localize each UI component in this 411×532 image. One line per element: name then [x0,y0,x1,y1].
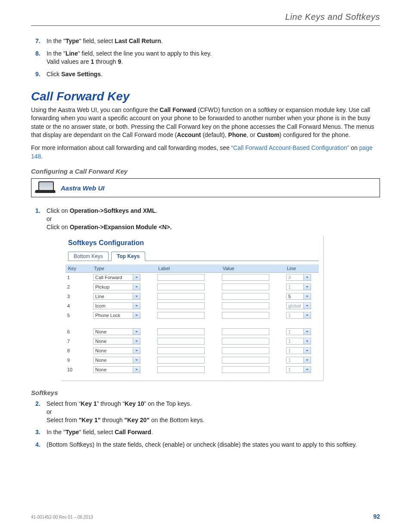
label-input[interactable] [157,357,205,364]
page-number: 92 [373,513,380,520]
aastra-web-ui-bar: Aastra Web UI [31,178,380,197]
label-input[interactable] [157,328,205,335]
cell-key: 2 [65,282,91,292]
line-select[interactable]: 5 [286,293,311,300]
value-input[interactable] [222,328,269,335]
running-header: Line Keys and Softkeys [31,12,380,22]
chevron-down-icon [133,312,140,318]
type-select[interactable]: None [93,328,140,335]
line-select[interactable]: 1 [286,366,311,373]
chevron-down-icon [303,293,311,299]
step-9: 9. Click Save Settings. [35,70,380,78]
chevron-down-icon [133,274,140,280]
softkeys-table: Key Type Label Value Line 1Call Forward3… [65,264,319,374]
chevron-down-icon [133,329,140,335]
label-input[interactable] [157,338,205,345]
cell-key: 6 [65,327,91,336]
softkeys-step-list: 2. Select from “Key 1” through “Key 10” … [31,400,380,449]
table-row: 7None1 [65,336,319,346]
table-row: 2Pickup1 [65,282,319,292]
tab-bottom-keys[interactable]: Bottom Keys [68,252,109,261]
line-select[interactable]: 1 [286,283,311,290]
line-select[interactable]: 1 [286,338,311,345]
value-input[interactable] [222,347,269,354]
cell-key: 7 [65,336,91,346]
step-text: In the "Type" field, select Last Call Re… [47,37,163,45]
step-number: 3. [35,428,44,436]
col-key: Key [65,264,91,273]
line-select[interactable]: global [286,302,311,309]
table-row: 10None1 [65,365,319,374]
table-row: 9None1 [65,355,319,365]
chevron-down-icon [303,338,311,344]
value-input[interactable] [222,312,269,319]
label-input[interactable] [157,274,205,281]
step-number: 8. [35,50,44,66]
doc-revision: 41-001452-00 Rev 01 – 06.2013 [31,515,93,520]
col-line: Line [284,264,319,273]
chevron-down-icon [133,357,140,363]
value-input[interactable] [222,357,269,364]
table-row: 3Line5 [65,292,319,301]
value-input[interactable] [222,366,269,373]
type-select[interactable]: Phone Lock [93,312,140,319]
value-input[interactable] [222,283,269,290]
chevron-down-icon [303,284,311,290]
col-value: Value [220,264,284,273]
step-number: 7. [35,37,44,45]
type-select[interactable]: Icom [93,302,140,309]
step-number: 4. [35,441,44,449]
softkeys-config-panel: Softkeys Configuration Bottom Keys Top K… [61,236,324,381]
value-input[interactable] [222,274,269,281]
chevron-down-icon [303,312,311,318]
line-select[interactable]: 1 [286,357,311,364]
cell-key: 9 [65,355,91,365]
chevron-down-icon [303,274,311,280]
label-input[interactable] [157,283,205,290]
chevron-down-icon [133,367,140,373]
table-row: 8None1 [65,346,319,355]
cell-key: 1 [65,272,91,282]
aastra-web-ui-label: Aastra Web UI [61,184,104,192]
col-type: Type [91,264,156,273]
type-select[interactable]: Pickup [93,283,140,290]
type-select[interactable]: None [93,366,140,373]
panel-tabs: Bottom Keys Top Keys [68,251,319,261]
line-select[interactable]: 1 [286,328,311,335]
line-select[interactable]: 3 [286,274,311,281]
label-input[interactable] [157,347,205,354]
line-select[interactable]: 1 [286,312,311,319]
header-rule [31,25,380,26]
section-paragraph-1: Using the Aastra Web UI, you can configu… [31,106,380,140]
intro-step-list: 7. In the "Type" field, select Last Call… [31,37,380,78]
step-1: 1. Click on Operation->Softkeys and XML.… [35,207,380,231]
step-text: Click on Operation->Softkeys and XML. or… [47,207,172,231]
chevron-down-icon [133,338,140,344]
step-text: In the "Line" field, select the line you… [47,50,212,66]
cell-key: 5 [65,311,91,320]
value-input[interactable] [222,302,269,309]
type-select[interactable]: Call Forward [93,274,140,281]
label-input[interactable] [157,312,205,319]
chevron-down-icon [303,329,311,335]
table-row: 5Phone Lock1 [65,311,319,320]
type-select[interactable]: None [93,347,140,354]
page-footer: 41-001452-00 Rev 01 – 06.2013 92 [31,513,380,520]
chevron-down-icon [133,284,140,290]
step-3: 3. In the "Type" field, select Call Forw… [35,428,380,436]
subheading-softkeys: Softkeys [31,389,380,396]
value-input[interactable] [222,293,269,300]
label-input[interactable] [157,293,205,300]
label-input[interactable] [157,302,205,309]
step-text: (Bottom Softkeys) In the state fields, c… [47,441,357,449]
chevron-down-icon [303,357,311,363]
type-select[interactable]: None [93,357,140,364]
step-number: 9. [35,70,44,78]
tab-top-keys[interactable]: Top Keys [111,252,145,261]
value-input[interactable] [222,338,269,345]
line-select[interactable]: 1 [286,347,311,354]
xref-call-forward-config[interactable]: “Call Forward Account-Based Configuratio… [231,144,349,151]
type-select[interactable]: Line [93,293,140,300]
label-input[interactable] [157,366,205,373]
type-select[interactable]: None [93,338,140,345]
